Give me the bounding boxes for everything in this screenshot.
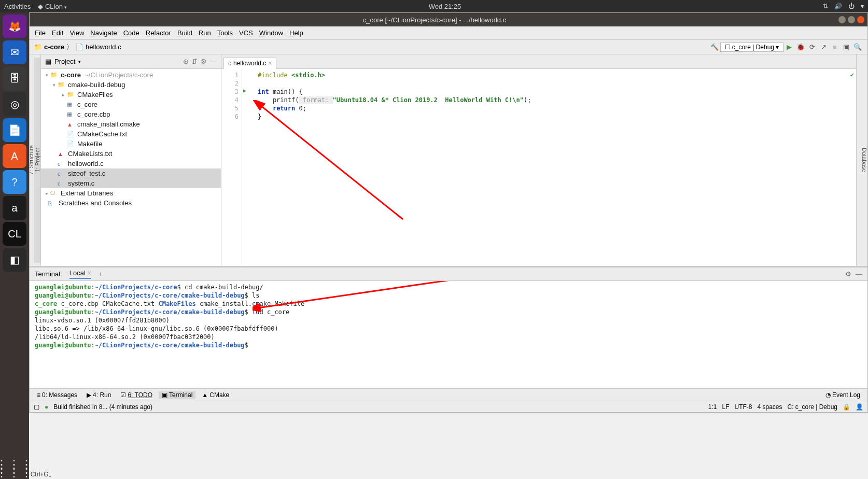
app-menu[interactable]: ◆ CLion (38, 3, 67, 10)
editor-tabs: c helloworld.c × (221, 54, 856, 69)
attach-button[interactable]: ↗ (819, 43, 828, 52)
menu-file[interactable]: File (33, 28, 48, 38)
terminal-panel: Terminal: Local × + ⚙ — guanglei@ubuntu:… (30, 266, 867, 388)
menu-vcs[interactable]: VCS (237, 28, 255, 38)
code-editor[interactable]: 123456 ▶ #include <stdio.h> int main() {… (221, 69, 856, 266)
tree-cmakecache[interactable]: 📄CMakeCache.txt (41, 129, 221, 139)
status-caret[interactable]: 1:1 (708, 403, 717, 411)
ubuntu-topbar: Activities ◆ CLion Wed 21:25 ⇅ 🔊 ⏻ ▾ (0, 0, 868, 12)
tool-cmake[interactable]: ▲ CMake (199, 391, 232, 399)
layout-button[interactable]: ▣ (842, 43, 851, 52)
launcher-software[interactable]: A (3, 144, 26, 168)
tool-database[interactable]: Database (861, 145, 867, 175)
launcher-writer[interactable]: 📄 (3, 118, 26, 142)
menu-bar: File Edit View Navigate Code Refactor Bu… (30, 26, 867, 40)
debug-button[interactable]: 🐞 (796, 43, 805, 52)
menu-window[interactable]: Window (257, 28, 285, 38)
launcher-external[interactable]: ◧ (3, 248, 26, 272)
inspection-ok-icon[interactable]: ✔ (850, 71, 854, 78)
menu-run[interactable]: Run (197, 28, 213, 38)
launcher-clion[interactable]: CL (3, 222, 26, 246)
launcher-files[interactable]: 🗄 (3, 66, 26, 90)
menu-view[interactable]: View (67, 28, 86, 38)
menu-help[interactable]: Help (287, 28, 305, 38)
gear-icon[interactable]: ⚙ (201, 58, 207, 65)
menu-edit[interactable]: Edit (50, 28, 65, 38)
terminal-add-tab[interactable]: + (99, 270, 103, 278)
status-line-ending[interactable]: LF (722, 403, 729, 411)
tree-external[interactable]: ▸⎔External Libraries (41, 188, 221, 198)
status-build-text[interactable]: Build finished in 8... (4 minutes ago) (53, 403, 152, 411)
launcher-firefox[interactable]: 🦊 (3, 15, 26, 38)
system-menu-chevron[interactable]: ▾ (861, 3, 864, 10)
tool-terminal[interactable]: ▣ Terminal (159, 391, 195, 399)
status-encoding[interactable]: UTF-8 (734, 403, 752, 411)
activities-button[interactable]: Activities (4, 3, 31, 10)
status-hector-icon[interactable]: 👤 (856, 403, 863, 411)
terminal-settings-icon[interactable]: ⚙ (845, 270, 851, 278)
tree-root[interactable]: ▾📁c-core ~/CLionProjects/c-core (41, 70, 221, 80)
run-button[interactable]: ▶ (785, 43, 794, 52)
terminal-hide-icon[interactable]: — (856, 270, 862, 278)
launcher-help[interactable]: ? (3, 170, 26, 194)
status-lock-icon[interactable]: 🔒 (843, 403, 850, 411)
tree-makefile[interactable]: 📄Makefile (41, 139, 221, 149)
project-heading[interactable]: Project (54, 58, 75, 65)
tree-cmakefiles[interactable]: ▸📁CMakeFiles (41, 90, 221, 100)
launcher-apps-grid[interactable]: ⋮⋮⋮⋮⋮⋮⋮⋮⋮ (0, 462, 33, 475)
launcher-thunderbird[interactable]: ✉ (3, 40, 26, 64)
maximize-button[interactable] (848, 16, 855, 23)
window-titlebar[interactable]: c_core [~/CLionProjects/c-core] - .../he… (30, 13, 867, 26)
menu-refactor[interactable]: Refactor (144, 28, 173, 38)
tree-c-core-cbp[interactable]: ▦c_core.cbp (41, 109, 221, 119)
tree-sizeof[interactable]: csizeof_test.c (41, 168, 221, 178)
tree-c-core-exe[interactable]: ▦c_core (41, 100, 221, 109)
status-tw-icon[interactable]: ▢ (34, 403, 39, 411)
tool-structure[interactable]: 7: Structure (30, 58, 34, 263)
network-icon[interactable]: ⇅ (823, 3, 828, 10)
expand-icon[interactable]: ⇵ (192, 58, 198, 65)
topbar-clock[interactable]: Wed 21:25 (67, 3, 823, 10)
tool-todo[interactable]: ☑ 6: TODO (117, 391, 156, 399)
volume-icon[interactable]: 🔊 (834, 3, 842, 10)
launcher-amazon[interactable]: a (3, 196, 26, 220)
tree-cmake-install[interactable]: ▲cmake_install.cmake (41, 119, 221, 129)
window-title: c_core [~/CLionProjects/c-core] - .../he… (33, 16, 836, 24)
terminal-tab-local[interactable]: Local × (69, 269, 91, 279)
event-log[interactable]: ◔ Event Log (822, 391, 863, 399)
editor-panel: c helloworld.c × 123456 ▶ #include <stdi… (221, 54, 856, 266)
tool-run[interactable]: ▶ 4: Run (83, 391, 114, 399)
close-tab-icon[interactable]: × (268, 60, 272, 67)
profile-button[interactable]: ⟳ (807, 43, 817, 52)
close-button[interactable] (857, 16, 864, 23)
hide-panel-icon[interactable]: — (210, 58, 217, 65)
menu-tools[interactable]: Tools (215, 28, 235, 38)
menu-navigate[interactable]: Navigate (88, 28, 119, 38)
project-tree[interactable]: ▾📁c-core ~/CLionProjects/c-core ▾📁cmake-… (41, 69, 221, 209)
power-icon[interactable]: ⏻ (848, 3, 855, 10)
tree-cmake-build[interactable]: ▾📁cmake-build-debug (41, 80, 221, 90)
launcher-rhythmbox[interactable]: ◎ (3, 92, 26, 116)
stop-button[interactable]: ■ (830, 43, 839, 52)
locate-icon[interactable]: ⊕ (183, 58, 189, 65)
tool-project[interactable]: 1: Project (34, 58, 40, 263)
menu-code[interactable]: Code (121, 28, 142, 38)
status-indent[interactable]: 4 spaces (757, 403, 782, 411)
tree-helloworld[interactable]: chelloworld.c (41, 159, 221, 168)
breadcrumb-file[interactable]: helloworld.c (86, 43, 121, 51)
run-gutter-icon[interactable]: ▶ (243, 88, 246, 93)
tab-helloworld[interactable]: c helloworld.c × (223, 58, 276, 69)
tree-cmakelists[interactable]: ▲CMakeLists.txt (41, 149, 221, 159)
tree-scratches[interactable]: ⎘Scratches and Consoles (41, 198, 221, 208)
breadcrumb-project[interactable]: c-core (44, 43, 64, 51)
build-hammer-icon[interactable]: 🔨 (710, 43, 719, 52)
tool-messages[interactable]: ≡ 0: Messages (34, 391, 80, 399)
tree-system[interactable]: csystem.c (41, 178, 221, 188)
terminal-output[interactable]: guanglei@ubuntu:~/CLionProjects/c-core$ … (30, 281, 867, 388)
minimize-button[interactable] (838, 16, 846, 23)
status-context[interactable]: C: c_core | Debug (788, 403, 838, 411)
menu-build[interactable]: Build (175, 28, 194, 38)
run-config-selector[interactable]: ☐ c_core | Debug ▾ (720, 43, 783, 52)
chevron-down-icon[interactable]: ▾ (78, 59, 81, 64)
search-everywhere-icon[interactable]: 🔍 (853, 43, 862, 52)
